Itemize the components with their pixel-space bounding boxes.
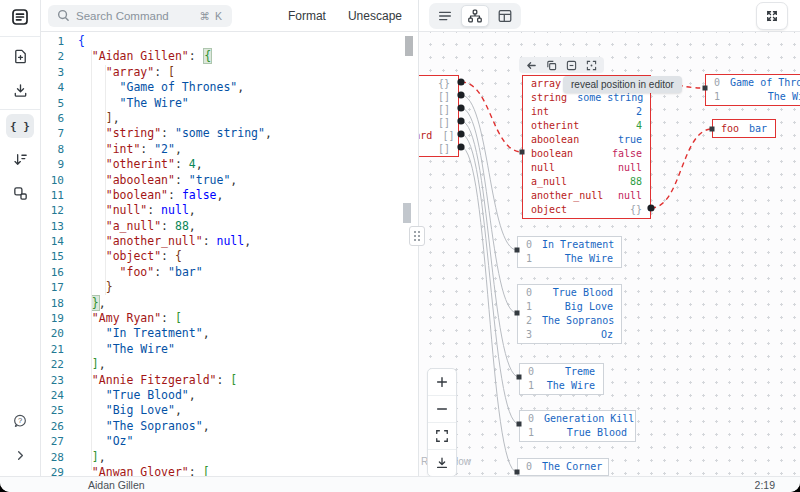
- code-line[interactable]: 28 ],: [40, 450, 418, 465]
- code-line[interactable]: 18 },: [40, 296, 418, 311]
- code-line[interactable]: 20 "In Treatment",: [40, 326, 418, 341]
- fullscreen-icon: [765, 9, 779, 23]
- unescape-button[interactable]: Unescape: [348, 9, 402, 23]
- code-line[interactable]: 7 "string": "some string",: [40, 126, 418, 141]
- cursor-position: 2:19: [755, 479, 775, 491]
- editor-overview-ruler-marker: [403, 203, 411, 223]
- search-shortcut: ⌘ K: [200, 10, 223, 22]
- app-logo-icon[interactable]: [0, 0, 40, 34]
- table-view-button[interactable]: [491, 5, 519, 27]
- zoom-controls: [427, 368, 457, 476]
- code-line[interactable]: 10 "aboolean": "true",: [40, 173, 418, 188]
- app-window: { } ?: [0, 0, 800, 492]
- search-placeholder: Search Command: [76, 10, 194, 22]
- indent-guide: [91, 50, 92, 470]
- code-line[interactable]: 17 }: [40, 280, 418, 295]
- code-line[interactable]: 1{: [40, 34, 418, 49]
- editor-pane: Search Command ⌘ K Format Unescape 1{2 "…: [40, 0, 418, 476]
- code-line[interactable]: 9 "otherint": 4,: [40, 157, 418, 172]
- code-line[interactable]: 19 "Amy Ryan": [: [40, 311, 418, 326]
- svg-text:?: ?: [18, 416, 22, 425]
- code-line[interactable]: 29 "Anwan Glover": [: [40, 465, 418, 476]
- fit-view-button[interactable]: [428, 423, 456, 450]
- focus-node-icon[interactable]: [586, 60, 597, 71]
- code-line[interactable]: 27 "Oz": [40, 434, 418, 449]
- graph-view-icon: [467, 8, 483, 24]
- editor-topbar: Search Command ⌘ K Format Unescape: [40, 0, 418, 32]
- code-line[interactable]: 24 "True Blood",: [40, 388, 418, 403]
- help-icon[interactable]: ?: [0, 404, 40, 438]
- code-line[interactable]: 15 "object": {: [40, 249, 418, 264]
- indent-guide: [105, 65, 106, 295]
- fullscreen-button[interactable]: [756, 2, 788, 30]
- json-editor-view-icon[interactable]: { }: [6, 114, 34, 138]
- code-line[interactable]: 23 "Annie Fitzgerald": [: [40, 373, 418, 388]
- sort-icon[interactable]: [0, 142, 40, 176]
- statusbar: Aidan Gillen 2:19: [0, 476, 800, 492]
- code-line[interactable]: 8 "int": "2",: [40, 142, 418, 157]
- code-line[interactable]: 6 ],: [40, 111, 418, 126]
- compare-icon[interactable]: [0, 176, 40, 210]
- sidebar-divider: [0, 36, 40, 37]
- code-line[interactable]: 11 "boolean": false,: [40, 188, 418, 203]
- reveal-position-tooltip: reveal position in editor: [563, 76, 682, 93]
- code-line[interactable]: 4 "Game of Thrones",: [40, 80, 418, 95]
- download-icon[interactable]: [0, 73, 40, 107]
- graph-handles: [419, 32, 800, 476]
- copy-icon[interactable]: [546, 60, 557, 71]
- format-button[interactable]: Format: [288, 9, 326, 23]
- back-icon[interactable]: [526, 60, 537, 71]
- graph-pane: Aidan Gillen{}Amy Ryan[]Annie Fitzgerald…: [418, 0, 800, 476]
- graph-canvas[interactable]: Aidan Gillen{}Amy Ryan[]Annie Fitzgerald…: [419, 32, 800, 476]
- search-command-input[interactable]: Search Command ⌘ K: [48, 5, 232, 27]
- search-icon: [57, 9, 70, 22]
- zoom-out-button[interactable]: [428, 396, 456, 423]
- node-toolbar: [519, 57, 604, 73]
- code-editor[interactable]: 1{2 "Aidan Gillen": {3 "array": [4 "Game…: [40, 32, 418, 476]
- sidebar: { } ?: [0, 0, 41, 476]
- sidebar-divider: [0, 109, 40, 110]
- graph-view-button[interactable]: [461, 5, 489, 27]
- code-line[interactable]: 25 "Big Love",: [40, 403, 418, 418]
- table-view-icon: [497, 8, 513, 24]
- code-line[interactable]: 2 "Aidan Gillen": {: [40, 49, 418, 64]
- code-line[interactable]: 22 ],: [40, 357, 418, 372]
- code-line[interactable]: 12 "null": null,: [40, 203, 418, 218]
- download-image-button[interactable]: [428, 450, 456, 476]
- collapse-node-icon[interactable]: [566, 60, 577, 71]
- code-line[interactable]: 5 "The Wire": [40, 96, 418, 111]
- code-line[interactable]: 13 "a_null": 88,: [40, 219, 418, 234]
- code-line[interactable]: 14 "another_null": null,: [40, 234, 418, 249]
- editor-actions: Format Unescape: [288, 9, 418, 23]
- zoom-in-button[interactable]: [428, 369, 456, 396]
- code-line[interactable]: 26 "The Sopranos",: [40, 419, 418, 434]
- json-path-breadcrumb: Aidan Gillen: [88, 479, 145, 491]
- editor-scrollbar-thumb[interactable]: [405, 36, 413, 56]
- code-line[interactable]: 16 "foo": "bar": [40, 265, 418, 280]
- code-lines: 1{2 "Aidan Gillen": {3 "array": [4 "Game…: [40, 34, 418, 476]
- code-line[interactable]: 3 "array": [: [40, 65, 418, 80]
- code-line[interactable]: 21 "The Wire": [40, 342, 418, 357]
- new-file-icon[interactable]: [0, 39, 40, 73]
- collapse-sidebar-chevron-icon[interactable]: [0, 438, 40, 472]
- view-toggle-group: [429, 3, 521, 29]
- list-view-button[interactable]: [431, 5, 459, 27]
- panel-resize-handle[interactable]: [409, 226, 425, 246]
- graph-topbar: [419, 0, 800, 32]
- sidebar-bottom: ?: [0, 404, 40, 472]
- list-view-icon: [437, 8, 453, 24]
